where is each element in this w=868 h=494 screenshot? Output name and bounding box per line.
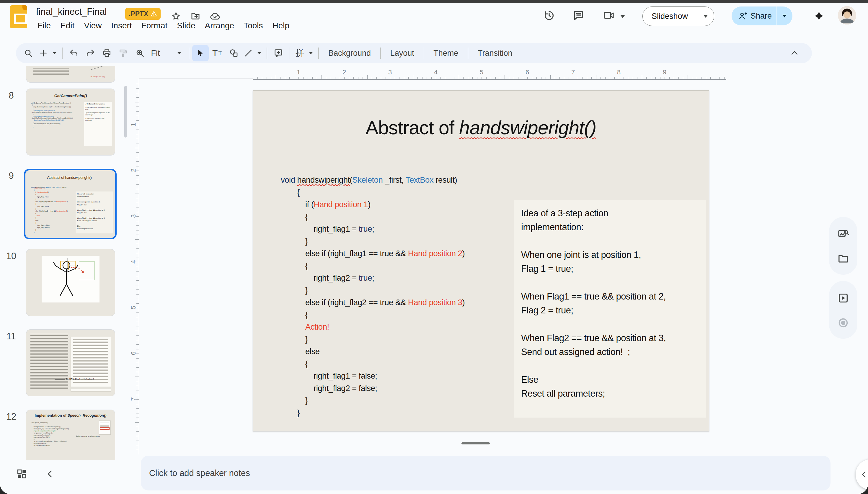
- line-tool-button[interactable]: [242, 45, 255, 61]
- v-ruler-tick: [136, 84, 139, 84]
- side-panel-collapse-button[interactable]: [855, 459, 868, 490]
- thumbnail-slide-10[interactable]: [26, 249, 115, 316]
- slide-number-11[interactable]: 11: [3, 331, 19, 342]
- paint-roller-icon: [119, 49, 128, 58]
- drive-folder-button[interactable]: [837, 253, 849, 265]
- menu-format[interactable]: Format: [137, 19, 172, 32]
- h-ruler-tick: [591, 77, 592, 79]
- paint-format-button[interactable]: [115, 45, 132, 61]
- new-slide-button[interactable]: [37, 45, 50, 61]
- layout-button[interactable]: Layout: [384, 49, 421, 58]
- menu-insert[interactable]: Insert: [107, 19, 136, 32]
- slide-side-box[interactable]: Idea of a 3-step actionimplementation: W…: [514, 201, 706, 418]
- thumbnail-slide-7[interactable]: 96 Dots per inch (dpi): [26, 66, 115, 83]
- pptx-badge[interactable]: .PPTX: [125, 8, 161, 20]
- v-ruler-tick: [136, 180, 139, 180]
- menu-file[interactable]: File: [33, 19, 55, 32]
- v-ruler-tick: [136, 120, 139, 121]
- slide-number-12[interactable]: 12: [3, 411, 19, 422]
- slides-logo[interactable]: [10, 5, 27, 28]
- h-ruler-tick: [710, 77, 711, 79]
- thumb10-figure: [42, 256, 99, 303]
- thumbnail-slide-9-selected[interactable]: Abstract of handswiperight() void handsw…: [24, 169, 117, 239]
- v-ruler-tick: [136, 344, 139, 345]
- avatar[interactable]: [838, 6, 856, 24]
- h-ruler-tick: [601, 77, 601, 79]
- h-ruler-tick: [518, 77, 518, 79]
- menu-slide[interactable]: Slide: [172, 19, 200, 32]
- slide-number-8[interactable]: 8: [3, 90, 19, 101]
- preview-button[interactable]: [837, 292, 849, 304]
- thumbnail-slide-8[interactable]: GetCameraPoint() void GetCameraPoint(Ske…: [26, 89, 115, 155]
- input-tools-button[interactable]: 拼: [293, 45, 306, 61]
- menu-tools[interactable]: Tools: [239, 19, 267, 32]
- thumb12-code: void speech_recognition() { RecognizerIn…: [32, 422, 69, 446]
- collapse-filmstrip-button[interactable]: [44, 468, 57, 480]
- print-button[interactable]: [99, 45, 115, 61]
- shape-tool-button[interactable]: [225, 45, 242, 61]
- h-ruler-tick: [436, 77, 436, 79]
- zoom-button[interactable]: [132, 45, 148, 61]
- menu-view[interactable]: View: [79, 19, 106, 32]
- slide-canvas[interactable]: Abstract of handswiperight() void handsw…: [253, 90, 709, 432]
- menu-help[interactable]: Help: [268, 19, 294, 32]
- h-ruler-tick: [440, 77, 441, 79]
- menu-edit[interactable]: Edit: [56, 19, 79, 32]
- line-tool-dropdown[interactable]: [255, 45, 264, 61]
- v-ruler-tick: [136, 212, 139, 212]
- redo-button[interactable]: [82, 45, 99, 61]
- thumb12-inner: Implementation of Speech_Recognition() v…: [26, 410, 115, 460]
- menu-arrange[interactable]: Arrange: [201, 19, 239, 32]
- share-dropdown[interactable]: [776, 15, 792, 17]
- background-button[interactable]: Background: [322, 49, 377, 58]
- insert-comment-button[interactable]: [270, 45, 287, 61]
- filmstrip-scrollbar[interactable]: [124, 86, 127, 137]
- h-ruler-tick: [605, 77, 606, 79]
- thumb8-code: void GetCameraPoint(Skeleton first, AllF…: [31, 102, 73, 129]
- meet-dropdown-caret[interactable]: [621, 15, 625, 18]
- gemini-button[interactable]: [812, 10, 826, 22]
- slide-code[interactable]: void handswiperight(Skeleton _first, Tex…: [281, 174, 465, 419]
- image-search-button[interactable]: [837, 228, 849, 240]
- text-box-button[interactable]: TT: [209, 45, 225, 61]
- thumbnail-slide-11[interactable]: Send [Right] key from the keyboard: [26, 329, 115, 396]
- grid-view-button[interactable]: [15, 468, 29, 480]
- image-search-icon: [837, 228, 849, 240]
- slide-number-10[interactable]: 10: [3, 251, 19, 262]
- input-tools-dropdown[interactable]: [306, 45, 315, 61]
- document-title[interactable]: final_kinect_Final: [36, 6, 107, 17]
- record-button[interactable]: [837, 317, 849, 329]
- new-slide-dropdown[interactable]: [50, 45, 59, 61]
- zoom-select[interactable]: Fit: [148, 49, 186, 58]
- h-ruler-tick: [262, 77, 262, 79]
- mini-code-line: else if (right_flag1 == true && Hand pos…: [31, 201, 68, 203]
- text-tool-glyph: T: [212, 48, 218, 58]
- slide-title[interactable]: Abstract of handswiperight(): [253, 117, 709, 139]
- slideshow-dropdown[interactable]: [697, 15, 714, 18]
- h-ruler-tick: [427, 77, 427, 79]
- horizontal-ruler[interactable]: 123456789: [253, 71, 726, 80]
- notes-resize-handle[interactable]: [461, 442, 490, 444]
- share-button[interactable]: Share: [732, 6, 792, 25]
- meet-button[interactable]: [602, 9, 615, 22]
- comments-button[interactable]: [572, 9, 585, 22]
- version-history-button[interactable]: [543, 9, 555, 22]
- select-tool-button[interactable]: [192, 45, 209, 61]
- search-menus-button[interactable]: [20, 45, 37, 61]
- transition-button[interactable]: Transition: [471, 49, 519, 58]
- thumbnail-slide-12[interactable]: Implementation of Speech_Recognition() v…: [26, 410, 115, 460]
- slideshow-button[interactable]: Slideshow: [642, 6, 714, 26]
- theme-button[interactable]: Theme: [427, 49, 465, 58]
- mini-code-line: {: [31, 222, 68, 224]
- v-ruler-tick: [136, 395, 139, 395]
- h-ruler-tick: [587, 77, 587, 79]
- vertical-ruler[interactable]: 1234567: [131, 79, 139, 454]
- hide-menus-button[interactable]: [778, 43, 811, 63]
- v-ruler-tick: [136, 162, 139, 162]
- v-ruler-tick: [136, 152, 139, 153]
- slide-number-9[interactable]: 9: [3, 171, 19, 181]
- undo-button[interactable]: [65, 45, 82, 61]
- speaker-notes[interactable]: Click to add speaker notes: [141, 456, 831, 491]
- toolbar-divider: [189, 48, 190, 59]
- v-ruler-tick: [136, 299, 139, 299]
